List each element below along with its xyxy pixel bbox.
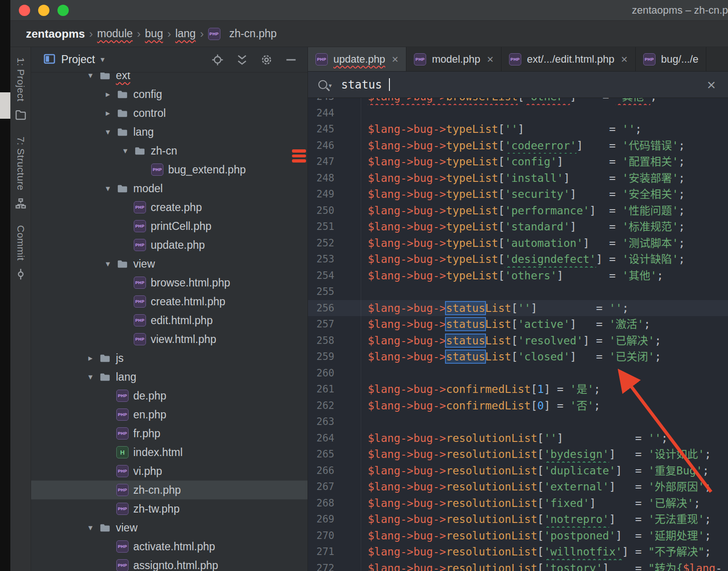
- code-line[interactable]: 259$lang->bug->statusList['closed'] = '已…: [308, 349, 728, 365]
- close-icon[interactable]: ×: [621, 53, 628, 66]
- code-line[interactable]: 264$lang->bug->resolutionList[''] = '';: [308, 430, 728, 447]
- tree-item[interactable]: PHPen.php: [31, 405, 307, 424]
- tool-window-button[interactable]: 1: Project: [15, 57, 26, 121]
- line-number[interactable]: 268: [308, 495, 361, 512]
- code-area[interactable]: 243$lang->bug->browserList['other'] = '其…: [308, 98, 728, 571]
- line-number[interactable]: 257: [308, 316, 361, 333]
- line-number[interactable]: 259: [308, 349, 361, 365]
- line-number[interactable]: 253: [308, 251, 361, 268]
- chevron-down-icon[interactable]: ▾: [99, 183, 116, 194]
- code-line[interactable]: 265$lang->bug->resolutionList['bydesign'…: [308, 446, 728, 463]
- search-icon[interactable]: [318, 80, 332, 89]
- editor-tab[interactable]: PHPmodel.php×: [406, 47, 502, 71]
- breadcrumb-item[interactable]: zentaopms: [26, 27, 85, 41]
- code-line[interactable]: 256$lang->bug->statusList[''] = '';: [308, 300, 728, 317]
- tree-item[interactable]: Hindex.html: [31, 443, 307, 462]
- hide-icon[interactable]: [285, 54, 297, 66]
- close-icon[interactable]: ×: [392, 53, 398, 66]
- line-number[interactable]: 254: [308, 268, 361, 284]
- chevron-down-icon[interactable]: [101, 55, 105, 65]
- tree-item[interactable]: PHPbug_extend.php: [31, 160, 307, 179]
- code-line[interactable]: 270$lang->bug->resolutionList['postponed…: [308, 528, 728, 544]
- tree-item[interactable]: ▸control: [31, 104, 307, 122]
- tree-item[interactable]: PHPassignto.html.php: [31, 556, 307, 571]
- code-line[interactable]: 262$lang->bug->confirmedList[0] = '否';: [308, 398, 728, 414]
- line-number[interactable]: 264: [308, 430, 361, 447]
- tree-item[interactable]: PHPzh-tw.php: [31, 499, 307, 518]
- code-line[interactable]: 244: [308, 105, 728, 122]
- collapse-all-icon[interactable]: [236, 54, 248, 66]
- editor-tab[interactable]: PHPext/.../edit.html.php×: [502, 47, 636, 71]
- tree-item[interactable]: PHPview.html.php: [31, 330, 307, 349]
- settings-icon[interactable]: [260, 54, 273, 66]
- line-number[interactable]: 252: [308, 235, 361, 252]
- tree-item[interactable]: PHPcreate.html.php: [31, 292, 307, 311]
- line-number[interactable]: 270: [308, 528, 361, 544]
- code-line[interactable]: 243$lang->bug->browserList['other'] = '其…: [308, 98, 728, 105]
- code-line[interactable]: 245$lang->bug->typeList[''] = '';: [308, 121, 728, 138]
- tree-item[interactable]: PHPactivate.html.php: [31, 537, 307, 556]
- code-line[interactable]: 257$lang->bug->statusList['active'] = '激…: [308, 316, 728, 333]
- chevron-right-icon[interactable]: ▸: [82, 353, 99, 363]
- code-line[interactable]: 247$lang->bug->typeList['config'] = '配置相…: [308, 154, 728, 170]
- zoom-window-button[interactable]: [57, 5, 69, 16]
- line-number[interactable]: 272: [308, 560, 361, 571]
- tool-window-button[interactable]: 7: Structure: [15, 137, 26, 210]
- tree-item[interactable]: ▾model: [31, 179, 307, 198]
- code-line[interactable]: 271$lang->bug->resolutionList['willnotfi…: [308, 544, 728, 560]
- tree-item[interactable]: PHPvi.php: [31, 462, 307, 481]
- line-number[interactable]: 250: [308, 203, 361, 219]
- tree-item[interactable]: PHPprintCell.php: [31, 217, 307, 236]
- code-line[interactable]: 250$lang->bug->typeList['performance'] =…: [308, 203, 728, 219]
- search-input[interactable]: status: [341, 78, 382, 91]
- tree-item[interactable]: ▾zh-cn: [31, 141, 307, 160]
- line-number[interactable]: 247: [308, 154, 361, 170]
- code-line[interactable]: 260: [308, 365, 728, 382]
- line-number[interactable]: 271: [308, 544, 361, 560]
- line-number[interactable]: 255: [308, 284, 361, 300]
- breadcrumb-item[interactable]: PHPzh-cn.php: [208, 27, 277, 40]
- code-line[interactable]: 258$lang->bug->statusList['resolved'] = …: [308, 333, 728, 349]
- line-number[interactable]: 258: [308, 333, 361, 349]
- code-line[interactable]: 253$lang->bug->typeList['designdefect'] …: [308, 251, 728, 268]
- close-window-button[interactable]: [19, 5, 30, 16]
- code-line[interactable]: 255: [308, 284, 728, 300]
- locate-icon[interactable]: [211, 54, 224, 66]
- close-icon[interactable]: ×: [487, 53, 493, 66]
- tree-item[interactable]: PHPcreate.php: [31, 198, 307, 217]
- minimize-window-button[interactable]: [38, 5, 49, 16]
- code-line[interactable]: 266$lang->bug->resolutionList['duplicate…: [308, 463, 728, 479]
- code-line[interactable]: 254$lang->bug->typeList['others'] = '其他'…: [308, 268, 728, 284]
- code-line[interactable]: 269$lang->bug->resolutionList['notrepro'…: [308, 511, 728, 528]
- line-number[interactable]: 265: [308, 446, 361, 463]
- search-options-chevron-icon[interactable]: [329, 82, 332, 89]
- tree-item[interactable]: PHPupdate.php: [31, 236, 307, 254]
- chevron-down-icon[interactable]: ▾: [82, 522, 99, 533]
- tree-item[interactable]: ▾view: [31, 254, 307, 273]
- code-line[interactable]: 251$lang->bug->typeList['standard'] = '标…: [308, 219, 728, 235]
- tree-item[interactable]: PHPzh-cn.php: [31, 481, 307, 499]
- code-line[interactable]: 252$lang->bug->typeList['automation'] = …: [308, 235, 728, 252]
- line-number[interactable]: 246: [308, 138, 361, 154]
- line-number[interactable]: 243: [308, 98, 361, 105]
- tree-item[interactable]: ▸js: [31, 349, 307, 367]
- code-line[interactable]: 261$lang->bug->confirmedList[1] = '是';: [308, 381, 728, 398]
- tree-item[interactable]: ▸config: [31, 85, 307, 104]
- project-panel-title[interactable]: Project: [61, 53, 95, 66]
- line-number[interactable]: 245: [308, 121, 361, 138]
- tree-item[interactable]: ▾lang: [31, 122, 307, 141]
- code-line[interactable]: 249$lang->bug->typeList['security'] = '安…: [308, 186, 728, 203]
- tool-window-button[interactable]: Commit: [15, 225, 26, 279]
- code-line[interactable]: 267$lang->bug->resolutionList['external'…: [308, 479, 728, 495]
- line-number[interactable]: 249: [308, 186, 361, 203]
- line-number[interactable]: 248: [308, 170, 361, 187]
- breadcrumb-item[interactable]: bug: [145, 27, 163, 40]
- code-line[interactable]: 263: [308, 414, 728, 430]
- tree-item[interactable]: ▾view: [31, 518, 307, 537]
- tree-item[interactable]: ▾lang: [31, 367, 307, 386]
- chevron-right-icon[interactable]: ▸: [99, 108, 116, 118]
- line-number[interactable]: 251: [308, 219, 361, 235]
- editor-tab[interactable]: PHPupdate.php×: [308, 47, 406, 71]
- chevron-right-icon[interactable]: ▸: [99, 89, 116, 99]
- chevron-down-icon[interactable]: ▾: [82, 372, 99, 382]
